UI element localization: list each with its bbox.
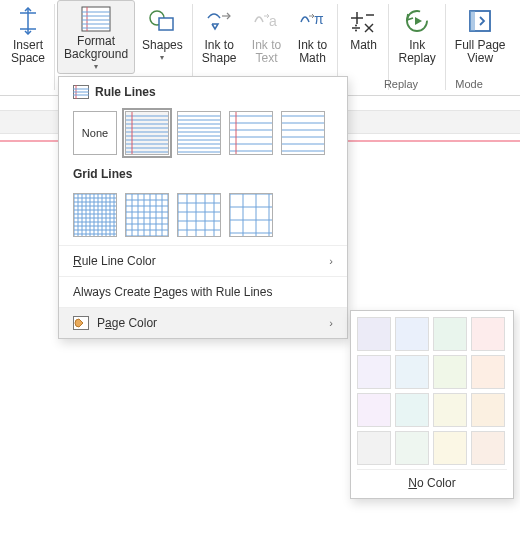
insert-space-label: Insert Space [11, 39, 45, 65]
svg-text:π: π [314, 11, 324, 27]
page-color-swatch-3[interactable] [471, 317, 505, 351]
rule-narrow-margin[interactable] [125, 111, 169, 155]
grid-lines-swatches [59, 193, 347, 245]
full-page-view-label: Full Page View [455, 39, 506, 65]
math-button[interactable]: Math [340, 0, 386, 74]
page-color-swatch-12[interactable] [357, 431, 391, 465]
chevron-right-icon: › [329, 255, 333, 267]
rule-line-color-item[interactable]: Rule Line Color › [59, 245, 347, 276]
ink-to-shape-button[interactable]: Ink to Shape [195, 0, 244, 74]
ink-replay-icon [401, 5, 433, 37]
ink-to-math-icon: π [296, 5, 328, 37]
rule-lines-heading: Rule Lines [73, 85, 333, 99]
rule-narrow[interactable] [177, 111, 221, 155]
rule-none[interactable]: None [73, 111, 117, 155]
svg-rect-11 [159, 18, 173, 30]
insert-space-button[interactable]: Insert Space [4, 0, 52, 74]
full-page-view-icon [464, 5, 496, 37]
format-background-label: Format Background [64, 35, 128, 61]
ink-to-text-icon: a [250, 5, 282, 37]
ink-to-math-label: Ink to Math [298, 39, 327, 65]
group-mode-label: Mode [448, 78, 490, 90]
grid-lines-heading: Grid Lines [73, 167, 333, 181]
svg-marker-23 [415, 17, 422, 25]
page-color-swatch-14[interactable] [433, 431, 467, 465]
page-color-swatch-7[interactable] [471, 355, 505, 389]
shapes-label: Shapes [142, 39, 183, 52]
chevron-down-icon: ▾ [94, 62, 98, 71]
svg-text:a: a [269, 13, 277, 29]
page-color-item[interactable]: Page Color › [59, 307, 347, 338]
rule-lines-heading-label: Rule Lines [95, 85, 156, 99]
ink-to-text-label: Ink to Text [252, 39, 281, 65]
grid-medium[interactable] [125, 193, 169, 237]
svg-point-18 [355, 25, 357, 27]
page-color-swatch-13[interactable] [395, 431, 429, 465]
grid-lines-heading-label: Grid Lines [73, 167, 132, 181]
shapes-icon [146, 5, 178, 37]
always-rule-lines-item[interactable]: Always Create Pages with Rule Lines [59, 276, 347, 307]
shapes-button[interactable]: Shapes ▾ [135, 0, 190, 74]
svg-rect-25 [470, 11, 475, 31]
grid-large[interactable] [177, 193, 221, 237]
no-color-item[interactable]: No Color [357, 469, 507, 492]
page-color-swatch-5[interactable] [395, 355, 429, 389]
page-color-swatch-8[interactable] [357, 393, 391, 427]
rule-wide[interactable] [281, 111, 325, 155]
ink-to-shape-label: Ink to Shape [202, 39, 237, 65]
svg-point-19 [355, 30, 357, 32]
format-background-button[interactable]: Format Background ▾ [57, 0, 135, 74]
page-color-label: Page Color [97, 316, 157, 330]
page-color-grid [357, 317, 507, 465]
page-color-swatch-0[interactable] [357, 317, 391, 351]
chevron-down-icon: ▾ [160, 53, 164, 62]
page-color-swatch-1[interactable] [395, 317, 429, 351]
format-background-dropdown: Rule Lines None Grid Lines Rule Line Col… [58, 76, 348, 339]
ink-to-shape-icon [203, 5, 235, 37]
rule-wide-margin[interactable] [229, 111, 273, 155]
page-color-icon [73, 316, 89, 330]
chevron-right-icon: › [329, 317, 333, 329]
ink-replay-button[interactable]: Ink Replay [391, 0, 442, 74]
grid-xlarge[interactable] [229, 193, 273, 237]
rule-line-color-label: Rule Line Color [73, 254, 156, 268]
always-rule-lines-label: Always Create Pages with Rule Lines [73, 285, 272, 299]
insert-space-icon [12, 5, 44, 37]
ink-to-math-button[interactable]: π Ink to Math [289, 0, 335, 74]
page-color-swatch-9[interactable] [395, 393, 429, 427]
page-color-swatch-15[interactable] [471, 431, 505, 465]
page-color-swatch-11[interactable] [471, 393, 505, 427]
math-label: Math [350, 39, 377, 52]
ink-to-text-button: a Ink to Text [243, 0, 289, 74]
math-icon [347, 5, 379, 37]
page-color-flyout: No Color [350, 310, 514, 499]
group-replay-label: Replay [380, 78, 422, 90]
svg-rect-3 [82, 7, 110, 31]
page-color-swatch-6[interactable] [433, 355, 467, 389]
format-background-icon [80, 5, 112, 33]
page-color-swatch-4[interactable] [357, 355, 391, 389]
page-color-swatch-10[interactable] [433, 393, 467, 427]
full-page-view-button[interactable]: Full Page View [448, 0, 513, 74]
ink-replay-label: Ink Replay [398, 39, 435, 65]
page-color-swatch-2[interactable] [433, 317, 467, 351]
grid-small[interactable] [73, 193, 117, 237]
rule-lines-swatches: None [59, 111, 347, 163]
no-color-label: o Color [417, 476, 456, 490]
